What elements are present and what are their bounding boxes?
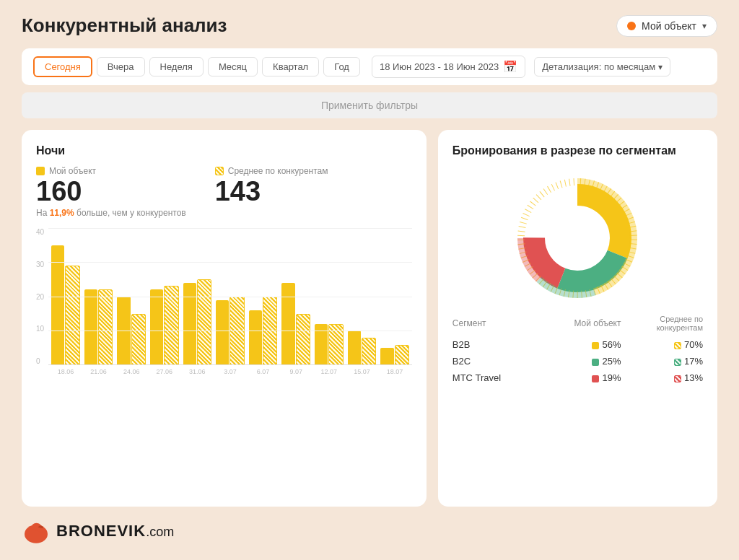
- bar-comp-3: [131, 314, 146, 365]
- orange-dot-icon: [627, 22, 636, 30]
- svg-point-7: [546, 206, 609, 270]
- my-object-button[interactable]: Мой объект ▾: [616, 15, 717, 37]
- bronevik-logo-icon: [22, 517, 51, 546]
- chevron-down-icon: ▾: [702, 21, 707, 31]
- donut-chart-card: Бронирования в разрезе по сегментам: [438, 130, 717, 507]
- bar-my-3: [117, 297, 130, 365]
- x-label-5: 31.06: [183, 368, 212, 375]
- my-stat-value: 160: [36, 178, 186, 205]
- bar-comp-8: [296, 314, 310, 365]
- apply-filters-bar[interactable]: Применить фильтры: [22, 92, 717, 118]
- bar-group-4: [150, 286, 179, 365]
- chart-area: 18.06 21.06 24.06 27.06 31.06 3.07 6.07 …: [48, 228, 412, 375]
- bar-my-2: [84, 289, 97, 365]
- segment-name-mtc: МТС Travel: [452, 369, 538, 386]
- x-label-3: 24.06: [117, 368, 146, 375]
- page-title: Конкурентный анализ: [22, 14, 227, 37]
- nights-chart-card: Ночи Мой объект 160 На 11,9% больше, чем…: [22, 130, 427, 507]
- segment-my-b2c: 25%: [538, 353, 621, 369]
- filter-today[interactable]: Сегодня: [33, 56, 92, 77]
- bar-group-7: [249, 297, 278, 365]
- bar-comp-6: [229, 297, 244, 365]
- my-legend-color: [36, 167, 45, 175]
- donut-chart-title: Бронирования в разрезе по сегментам: [452, 144, 703, 157]
- col-comp: Среднее поконкурентам: [621, 315, 703, 336]
- filter-yesterday[interactable]: Вчера: [97, 57, 145, 76]
- bar-comp-9: [328, 324, 343, 365]
- my-object-stat: Мой объект 160 На 11,9% больше, чем у ко…: [36, 166, 186, 218]
- bar-my-9: [315, 324, 328, 365]
- segment-comp-b2c: 17%: [621, 353, 703, 369]
- x-label-1: 18.06: [51, 368, 80, 375]
- x-label-8: 9.07: [281, 368, 310, 375]
- apply-filters-label: Применить фильтры: [321, 100, 418, 111]
- x-label-10: 15.07: [348, 368, 377, 375]
- bar-group-8: [281, 283, 310, 365]
- competitors-stat: Среднее по конкурентам 143: [215, 166, 328, 218]
- segment-comp-mtc: 13%: [621, 369, 703, 386]
- segment-row-mtc: МТС Travel 19% 13%: [452, 369, 703, 386]
- bar-my-1: [51, 245, 64, 365]
- bar-comp-5: [197, 279, 211, 365]
- bar-group-1: [51, 245, 80, 365]
- stats-row: Мой объект 160 На 11,9% больше, чем у ко…: [36, 166, 412, 218]
- comp-legend: Среднее по конкурентам: [215, 166, 328, 176]
- y-label-10: 10: [36, 325, 44, 333]
- main-content: Ночи Мой объект 160 На 11,9% больше, чем…: [22, 130, 717, 507]
- bar-group-5: [183, 279, 212, 365]
- donut-chart-wrapper: [452, 173, 703, 303]
- bar-my-4: [150, 289, 163, 365]
- x-axis-labels: 18.06 21.06 24.06 27.06 31.06 3.07 6.07 …: [48, 365, 412, 375]
- my-object-label: Мой объект: [642, 20, 696, 32]
- my-stat-note: На 11,9% больше, чем у конкурентов: [36, 208, 186, 218]
- col-my: Мой объект: [538, 315, 621, 336]
- comp-legend-color: [215, 167, 224, 175]
- bar-my-6: [216, 300, 229, 365]
- footer-logo: BRONEVIK.com: [22, 517, 717, 546]
- y-label-0: 0: [36, 357, 44, 365]
- bar-my-10: [348, 331, 361, 365]
- detail-dropdown[interactable]: Детализация: по месяцам ▾: [534, 57, 670, 76]
- filter-month[interactable]: Месяц: [208, 57, 258, 76]
- bar-my-5: [183, 283, 196, 365]
- comp-stat-value: 143: [215, 178, 328, 205]
- segment-comp-b2b: 70%: [621, 336, 703, 353]
- bar-comp-4: [164, 286, 178, 365]
- bar-comp-7: [263, 297, 277, 365]
- segment-row-b2b: B2B 56% 70%: [452, 336, 703, 353]
- x-label-11: 18.07: [380, 368, 409, 375]
- detail-label: Детализация: по месяцам: [542, 61, 655, 72]
- bar-my-7: [249, 310, 262, 365]
- filter-year[interactable]: Год: [323, 57, 360, 76]
- filter-week[interactable]: Неделя: [149, 57, 204, 76]
- brand-tld: .com: [146, 525, 174, 539]
- segment-name-b2b: B2B: [452, 336, 538, 353]
- bar-comp-2: [98, 289, 113, 365]
- dropdown-chevron-icon: ▾: [658, 62, 663, 72]
- filters-bar: Сегодня Вчера Неделя Месяц Квартал Год 1…: [22, 48, 717, 85]
- y-label-40: 40: [36, 228, 44, 236]
- nights-chart-title: Ночи: [36, 144, 412, 157]
- segment-my-b2b: 56%: [538, 336, 621, 353]
- bar-group-2: [84, 289, 113, 365]
- bar-group-11: [380, 345, 409, 365]
- bar-my-11: [380, 348, 393, 365]
- date-range-text: 18 Июн 2023 - 18 Июн 2023: [380, 61, 499, 72]
- filter-quarter[interactable]: Квартал: [262, 57, 319, 76]
- segment-row-b2c: B2C 25% 17%: [452, 353, 703, 369]
- col-segment: Сегмент: [452, 315, 538, 336]
- bar-group-3: [117, 297, 146, 365]
- segment-name-b2c: B2C: [452, 353, 538, 369]
- x-label-7: 6.07: [249, 368, 278, 375]
- brand-text: BRONEVIK.com: [56, 522, 174, 541]
- x-label-9: 12.07: [315, 368, 344, 375]
- bar-comp-1: [65, 266, 79, 365]
- segment-table: Сегмент Мой объект Среднее поконкурентам…: [452, 315, 703, 386]
- calendar-icon: 📅: [503, 60, 517, 74]
- segment-my-mtc: 19%: [538, 369, 621, 386]
- date-range-picker[interactable]: 18 Июн 2023 - 18 Июн 2023 📅: [372, 56, 525, 78]
- bar-group-6: [216, 297, 245, 365]
- bar-comp-11: [395, 345, 409, 365]
- bar-my-8: [281, 283, 294, 365]
- bar-group-10: [348, 331, 377, 365]
